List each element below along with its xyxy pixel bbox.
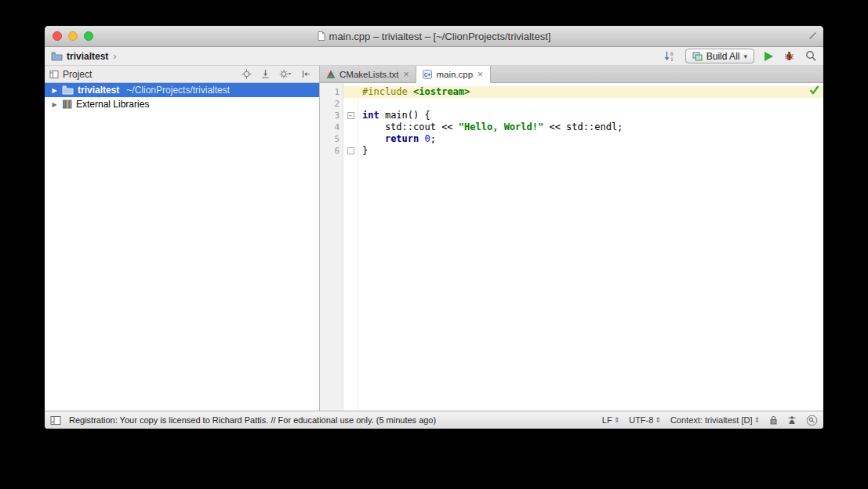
title-bar[interactable]: main.cpp – trivialtest – [~/ClionProject… (45, 26, 823, 47)
line-separator-widget[interactable]: LF ⇕ (602, 415, 619, 425)
status-message: Registration: Your copy is licensed to R… (69, 415, 436, 425)
fold-column (343, 121, 358, 133)
disclosure-triangle-icon[interactable]: ▶ (51, 87, 58, 94)
tab-label: CMakeLists.txt (340, 70, 398, 79)
project-tree: ▶ trivialtest ~/ClionProjects/trivialtes… (45, 83, 319, 411)
zoom-window-button[interactable] (84, 31, 93, 41)
code-text[interactable]: std::cout << "Hello, World!" << std::end… (358, 121, 623, 133)
settings-gear-icon[interactable] (279, 69, 292, 79)
statusbar-search-icon[interactable] (806, 415, 818, 426)
collapse-all-icon[interactable] (260, 69, 271, 79)
tab-label: main.cpp (436, 70, 473, 79)
document-icon (318, 31, 325, 41)
code-token: return (385, 133, 425, 144)
disclosure-triangle-icon[interactable]: ▶ (51, 101, 58, 108)
window-title: main.cpp – trivialtest – [~/ClionProject… (329, 31, 551, 42)
line-body[interactable]: } (343, 145, 823, 157)
code-token (362, 133, 385, 144)
close-window-button[interactable] (53, 31, 62, 41)
project-panel-title: Project (63, 69, 92, 80)
code-text[interactable]: return 0; (358, 133, 436, 145)
cpp-file-icon: C+ (423, 70, 432, 79)
lock-icon[interactable] (769, 415, 778, 425)
panel-splitter[interactable] (319, 66, 320, 411)
dropdown-caret-icon: ▾ (743, 53, 747, 60)
inspection-status-check-icon[interactable] (809, 85, 819, 95)
svg-text:1: 1 (670, 56, 674, 62)
updown-arrows-icon: ⇕ (655, 416, 661, 424)
fold-column (343, 86, 358, 98)
title-wrap: main.cpp – trivialtest – [~/ClionProject… (45, 31, 823, 42)
libraries-icon (62, 100, 72, 109)
line-number[interactable]: 2 (320, 98, 343, 110)
code-token: main() { (380, 110, 430, 121)
code-text[interactable]: int main() { (358, 110, 430, 121)
code-line[interactable]: 5 return 0; (320, 133, 823, 145)
fold-marker-icon[interactable] (343, 145, 358, 157)
statusbar-right-group: LF ⇕ UTF-8 ⇕ Context: trivialtest [D] ⇕ (602, 415, 818, 426)
svg-text:0: 0 (670, 51, 674, 56)
tree-item-name: External Libraries (76, 99, 149, 110)
search-icon[interactable] (805, 50, 817, 62)
project-panel-header: Project (45, 66, 319, 83)
hide-panel-icon[interactable] (301, 69, 311, 79)
run-button[interactable] (764, 52, 773, 61)
inspections-hector-icon[interactable] (787, 415, 797, 425)
code-text[interactable]: #include <iostream> (358, 86, 470, 98)
build-all-label: Build All (706, 51, 740, 62)
encoding-widget[interactable]: UTF-8 ⇕ (629, 415, 661, 425)
fold-marker-icon[interactable]: − (343, 110, 358, 121)
code-token: << std::endl; (543, 121, 623, 132)
toolbar-right-group: 01 Build All ▾ (663, 49, 817, 63)
code-line[interactable]: 6} (320, 145, 823, 157)
line-body[interactable]: −int main() { (343, 110, 823, 121)
code-text[interactable]: } (358, 145, 368, 157)
code-line[interactable]: 4 std::cout << "Hello, World!" << std::e… (320, 121, 823, 133)
cmake-file-icon (326, 70, 336, 79)
tab-cmakeliststxt[interactable]: CMakeLists.txt × (320, 66, 416, 82)
tree-item-path: ~/ClionProjects/trivialtest (126, 85, 230, 96)
line-body[interactable] (343, 98, 823, 110)
locate-target-icon[interactable] (242, 69, 252, 79)
code-token: std::cout << (362, 121, 459, 132)
svg-text:C+: C+ (424, 71, 431, 77)
breadcrumb-chevron-icon: › (113, 50, 116, 62)
code-token: ; (430, 133, 436, 144)
close-tab-icon[interactable]: × (477, 70, 484, 79)
line-body[interactable]: std::cout << "Hello, World!" << std::end… (343, 121, 823, 133)
tree-item-name: trivialtest (78, 85, 119, 96)
updown-arrows-icon: ⇕ (614, 416, 620, 424)
editor-tab-bar: CMakeLists.txt × C+ main.cpp × (320, 66, 823, 83)
code-line[interactable]: 3−int main() { (320, 110, 823, 121)
context-widget[interactable]: Context: trivialtest [D] ⇕ (670, 415, 760, 425)
ide-window: main.cpp – trivialtest – [~/ClionProject… (45, 26, 823, 429)
code-text[interactable] (358, 98, 362, 110)
tree-item-external-libraries[interactable]: ▶ External Libraries (45, 97, 319, 111)
line-number[interactable]: 6 (320, 145, 343, 157)
tree-item-trivialtest[interactable]: ▶ trivialtest ~/ClionProjects/trivialtes… (45, 83, 319, 97)
code-token: "Hello, World!" (459, 121, 543, 132)
line-body[interactable]: return 0; (343, 133, 823, 145)
toolwindow-switcher-icon[interactable] (50, 415, 61, 426)
minimize-window-button[interactable] (68, 31, 78, 41)
code-line[interactable]: 1#include <iostream> (320, 86, 823, 98)
fullscreen-resize-icon[interactable] (808, 31, 818, 41)
line-body[interactable]: #include <iostream> (343, 86, 823, 98)
line-number[interactable]: 5 (320, 133, 343, 145)
tab-maincpp[interactable]: C+ main.cpp × (416, 66, 491, 83)
project-toolwindow-icon (49, 70, 59, 79)
line-number[interactable]: 4 (320, 121, 343, 133)
breadcrumb[interactable]: trivialtest (67, 51, 108, 62)
editor[interactable]: 1#include <iostream>23−int main() {4 std… (320, 83, 823, 411)
close-tab-icon[interactable]: × (402, 70, 409, 79)
build-all-button[interactable]: Build All ▾ (685, 49, 754, 63)
line-number[interactable]: 1 (320, 86, 343, 98)
debug-bug-icon[interactable] (783, 50, 795, 62)
code-token: <iostream> (413, 86, 470, 97)
status-bar: Registration: Your copy is licensed to R… (45, 411, 823, 429)
sort-numeric-icon[interactable]: 01 (663, 51, 675, 62)
code-line[interactable]: 2 (320, 98, 823, 110)
main-toolbar: trivialtest › 01 Build All ▾ (45, 47, 823, 66)
line-number[interactable]: 3 (320, 110, 343, 121)
build-config-icon (692, 52, 703, 61)
